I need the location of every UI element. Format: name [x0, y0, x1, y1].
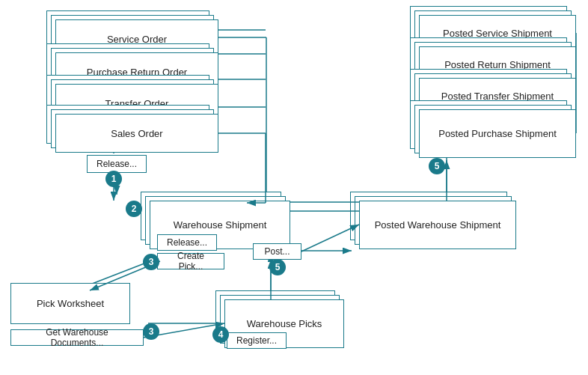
pick-worksheet-label: Pick Worksheet: [37, 298, 104, 309]
register-btn-label: Register...: [236, 335, 277, 346]
step-2-circle: 2: [126, 201, 142, 217]
step-5-circle-post: 5: [269, 259, 286, 275]
flow-diagram: Service Order Purchase Return Order Tran…: [0, 0, 588, 375]
step-3-circle: 3: [143, 254, 159, 270]
release-btn-label: Release...: [97, 159, 137, 169]
warehouse-shipment-label: Warehouse Shipment: [174, 219, 267, 231]
create-pick-btn[interactable]: Create Pick...: [157, 253, 224, 269]
posted-purchase-box: Posted Purchase Shipment: [419, 109, 576, 158]
sales-order-box: Sales Order: [55, 114, 218, 153]
release-btn2-label: Release...: [167, 237, 207, 248]
sales-order-label: Sales Order: [111, 128, 162, 139]
post-btn-label: Post...: [264, 246, 290, 257]
step-4-circle: 4: [212, 326, 229, 343]
get-warehouse-label: Get Warehouse Documents...: [19, 327, 135, 348]
pick-worksheet-box: Pick Worksheet: [10, 283, 130, 324]
release-btn2[interactable]: Release...: [157, 234, 217, 251]
posted-purchase-label: Posted Purchase Shipment: [438, 128, 557, 139]
warehouse-picks-label: Warehouse Picks: [247, 318, 322, 329]
posted-warehouse-box: Posted Warehouse Shipment: [359, 201, 516, 249]
posted-warehouse-label: Posted Warehouse Shipment: [375, 219, 501, 231]
step-1-circle: 1: [105, 171, 122, 187]
get-warehouse-btn[interactable]: Get Warehouse Documents...: [10, 329, 144, 346]
step-3-circle2: 3: [143, 323, 159, 340]
post-btn[interactable]: Post...: [253, 243, 301, 260]
create-pick-label: Create Pick...: [165, 251, 216, 272]
release-btn[interactable]: Release...: [87, 155, 147, 173]
register-btn[interactable]: Register...: [227, 332, 287, 349]
step-5-circle-posted: 5: [429, 158, 445, 174]
